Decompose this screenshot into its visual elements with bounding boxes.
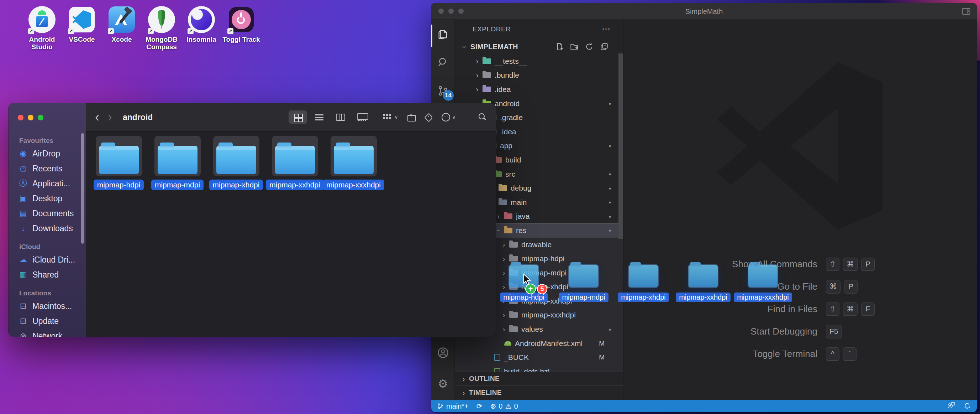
explorer-tree-item[interactable]: AndroidManifest.xml M xyxy=(455,336,623,350)
sidebar-item-label: Downloads xyxy=(32,224,73,233)
chevron-icon xyxy=(473,57,481,65)
explorer-view-icon[interactable] xyxy=(434,25,452,42)
dragged-folder-label: mipmap-xxxhdpi xyxy=(734,293,792,302)
scrollbar[interactable] xyxy=(619,53,623,239)
finder-sidebar-item[interactable]: ▤ Documents xyxy=(8,206,86,221)
git-branch-status[interactable]: main*+ xyxy=(437,402,469,411)
back-button[interactable]: ‹ xyxy=(95,111,99,124)
alias-arrow-badge: ↗ xyxy=(228,28,234,34)
finder-sidebar-item[interactable]: ▣ Desktop xyxy=(8,191,86,206)
toolbar-action-button[interactable] xyxy=(478,113,487,121)
desktop-shortcut[interactable]: ↗ Insomnia xyxy=(181,5,221,51)
chevron-right-icon xyxy=(460,389,468,397)
sidebar-item-icon: Ⓐ xyxy=(19,178,28,189)
toolbar-action-button[interactable]: ∨ xyxy=(383,113,398,121)
item-label: values xyxy=(521,325,543,334)
desktop-shortcut[interactable]: ↗ MongoDB Compass xyxy=(142,5,181,51)
vscode-titlebar[interactable]: SimpleMath xyxy=(431,3,977,19)
item-label: drawable xyxy=(521,240,552,249)
project-section-header[interactable]: SIMPLEMATH xyxy=(455,40,623,54)
explorer-tree-item[interactable]: .idea xyxy=(455,82,623,97)
view-button[interactable] xyxy=(289,110,307,124)
desktop-shortcut[interactable]: ↗ VSCode xyxy=(62,5,102,51)
customize-layout-icon[interactable] xyxy=(962,7,970,17)
folder-tile[interactable]: mipmap-xxxhdpi xyxy=(324,136,383,190)
problems-status[interactable]: ⊗ 0 ⚠ 0 xyxy=(490,402,518,411)
panel-title: TIMELINE xyxy=(469,389,502,396)
toolbar-action-button[interactable]: ∨ xyxy=(442,113,456,121)
shortcut-keys: ⌘P xyxy=(826,280,858,294)
sidebar-item-icon: ⊛ xyxy=(19,331,28,337)
desktop-shortcut-label: Insomnia xyxy=(186,36,216,43)
explorer-tree-item[interactable]: _BUCK M xyxy=(455,350,623,364)
finder-sidebar-item[interactable]: Ⓐ Applicati... xyxy=(8,176,86,191)
refresh-icon[interactable] xyxy=(585,42,594,51)
item-label: .idea xyxy=(495,85,511,94)
modified-dot: ● xyxy=(605,171,615,177)
folder-label: mipmap-xhdpi xyxy=(209,179,263,190)
scrollbar[interactable] xyxy=(81,133,84,244)
folder-tile[interactable]: mipmap-mdpi xyxy=(148,136,207,190)
toolbar-action-button[interactable] xyxy=(407,113,415,121)
zoom-button[interactable] xyxy=(38,115,43,120)
finder-sidebar-item[interactable]: ◷ Recents xyxy=(8,161,86,176)
settings-gear-icon[interactable]: ⚙ xyxy=(434,375,452,392)
explorer-tree-item[interactable]: .bundle xyxy=(455,69,623,83)
item-type-icon xyxy=(504,213,512,219)
key-cap: ⇧ xyxy=(826,257,840,271)
item-label: build xyxy=(505,156,521,164)
search-view-icon[interactable] xyxy=(434,54,452,71)
finder-sidebar-item[interactable]: ☁ iCloud Dri... xyxy=(8,252,86,267)
finder-sidebar-item[interactable]: ⊛ Network xyxy=(8,328,86,337)
item-label: _BUCK xyxy=(504,353,529,361)
desktop-shortcut[interactable]: ↗ Android Studio xyxy=(22,5,62,51)
key-cap: ` xyxy=(843,347,856,361)
view-button[interactable] xyxy=(353,110,371,124)
window-title: SimpleMath xyxy=(431,8,977,16)
item-label: app xyxy=(500,141,512,150)
finder-sidebar-item[interactable]: ↓ Downloads xyxy=(8,221,86,236)
toolbar-action-button[interactable] xyxy=(425,113,432,121)
collapse-all-icon[interactable] xyxy=(600,42,609,51)
folder-tile[interactable]: mipmap-xxhdpi xyxy=(266,136,324,190)
more-actions-icon[interactable]: ⋯ xyxy=(602,24,610,34)
item-type-icon xyxy=(504,228,512,233)
chevron-icon xyxy=(500,325,508,334)
sidebar-panel-header[interactable]: TIMELINE xyxy=(455,385,623,400)
git-status-badge: M xyxy=(599,353,605,361)
alias-arrow-badge: ↗ xyxy=(148,28,154,34)
folder-tile[interactable]: mipmap-hdpi xyxy=(89,136,148,190)
new-file-icon[interactable] xyxy=(555,42,564,51)
sidebar-panel-header[interactable]: OUTLINE xyxy=(455,372,623,385)
view-button[interactable] xyxy=(331,110,350,124)
source-control-view-icon[interactable]: 14 xyxy=(434,82,452,99)
sync-button[interactable]: ⟳ xyxy=(476,402,482,411)
item-label: java xyxy=(516,212,530,221)
view-button[interactable] xyxy=(310,110,328,124)
item-label: .gradle xyxy=(500,113,523,122)
finder-sidebar-item[interactable]: ▥ Shared xyxy=(8,267,86,282)
modified-dot: ● xyxy=(605,214,615,219)
explorer-tree-item[interactable]: __tests__ xyxy=(455,54,623,69)
desktop-shortcut[interactable]: ↗ Toggl Track xyxy=(221,5,261,51)
shortcut-label: Start Debugging xyxy=(624,326,818,337)
selection-backdrop xyxy=(213,136,259,176)
dragged-folder-label: mipmap-mdpi xyxy=(559,293,608,302)
notifications-bell-icon[interactable] xyxy=(963,401,971,411)
forward-button[interactable]: › xyxy=(108,111,112,124)
modified-dot: ● xyxy=(605,185,615,191)
alias-arrow-badge: ↗ xyxy=(28,28,34,34)
sidebar-item-label: AirDrop xyxy=(32,149,60,158)
accounts-icon[interactable] xyxy=(434,344,452,361)
close-button[interactable] xyxy=(18,115,24,120)
desktop-shortcut[interactable]: ↗ Xcode xyxy=(102,5,142,51)
finder-sidebar-item[interactable]: ⊟ Macintos... xyxy=(8,299,86,313)
feedback-icon[interactable] xyxy=(947,401,955,411)
finder-sidebar-item[interactable]: ⊟ Update xyxy=(8,313,86,328)
minimize-button[interactable] xyxy=(28,115,33,120)
toolbar-action-icon xyxy=(478,113,487,121)
finder-sidebar-item[interactable]: ◉ AirDrop xyxy=(8,146,86,161)
new-folder-icon[interactable] xyxy=(570,42,579,51)
shortcut-keys: ^` xyxy=(826,347,856,361)
folder-tile[interactable]: mipmap-xhdpi xyxy=(207,136,266,190)
